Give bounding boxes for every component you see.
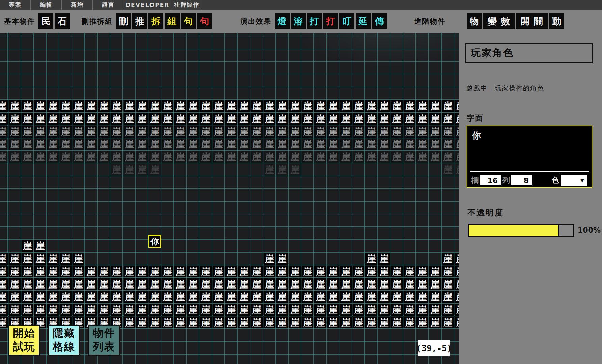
map-tile[interactable]: 崖: [149, 113, 161, 125]
map-tile[interactable]: 崖: [327, 126, 339, 138]
map-tile[interactable]: 崖: [187, 291, 199, 303]
map-tile[interactable]: 崖: [404, 278, 415, 290]
map-tile[interactable]: 崖: [251, 317, 263, 329]
map-tile[interactable]: 崖: [289, 317, 301, 329]
map-tile[interactable]: 崖: [9, 291, 21, 303]
map-tile[interactable]: 崖: [60, 151, 72, 163]
map-tile[interactable]: 崖: [314, 291, 326, 303]
menu-item-1[interactable]: 專案: [0, 0, 31, 10]
map-tile[interactable]: 崖: [213, 266, 224, 278]
tool-button-拆[interactable]: 拆: [148, 13, 163, 29]
map-tile[interactable]: 崖: [378, 151, 390, 163]
tool-button-延[interactable]: 延: [356, 13, 371, 29]
map-tile[interactable]: 崖: [442, 139, 454, 150]
map-tile[interactable]: 崖: [149, 164, 161, 176]
map-tile[interactable]: 崖: [365, 113, 377, 125]
map-tile[interactable]: 崖: [162, 113, 173, 125]
map-tile[interactable]: 崖: [213, 278, 224, 290]
map-tile[interactable]: 崖: [22, 291, 33, 303]
map-tile[interactable]: 崖: [391, 139, 403, 150]
map-tile[interactable]: 崖: [73, 278, 84, 290]
map-tile[interactable]: 崖: [378, 113, 390, 125]
map-tile[interactable]: 崖: [289, 139, 301, 150]
map-tile[interactable]: 崖: [314, 304, 326, 316]
map-tile[interactable]: 崖: [251, 151, 263, 163]
map-tile[interactable]: 崖: [404, 151, 415, 163]
map-tile[interactable]: 崖: [416, 139, 428, 150]
map-tile[interactable]: 崖: [442, 126, 454, 138]
map-tile[interactable]: 崖: [314, 126, 326, 138]
map-tile[interactable]: 崖: [314, 317, 326, 329]
map-tile[interactable]: 崖: [162, 100, 173, 112]
map-tile[interactable]: 崖: [302, 100, 313, 112]
map-tile[interactable]: 崖: [365, 126, 377, 138]
map-tile[interactable]: 崖: [0, 304, 8, 316]
map-tile[interactable]: 崖: [124, 164, 135, 176]
map-tile[interactable]: 崖: [391, 100, 403, 112]
map-tile[interactable]: 崖: [264, 113, 275, 125]
map-tile[interactable]: 崖: [149, 278, 161, 290]
map-tile[interactable]: 崖: [391, 317, 403, 329]
map-tile[interactable]: 崖: [264, 317, 275, 329]
map-tile[interactable]: 崖: [174, 151, 186, 163]
map-tile[interactable]: 崖: [340, 151, 352, 163]
map-tile[interactable]: 崖: [353, 266, 364, 278]
map-tile[interactable]: 崖: [314, 266, 326, 278]
map-tile[interactable]: 崖: [9, 266, 21, 278]
map-tile[interactable]: 崖: [213, 304, 224, 316]
map-tile[interactable]: 崖: [416, 113, 428, 125]
map-tile[interactable]: 崖: [353, 291, 364, 303]
rows-input[interactable]: 8: [511, 175, 532, 185]
map-tile[interactable]: 崖: [200, 139, 212, 150]
map-tile[interactable]: 崖: [404, 304, 415, 316]
map-tile[interactable]: 崖: [314, 278, 326, 290]
map-tile[interactable]: 崖: [136, 278, 148, 290]
menu-item-3[interactable]: 新增: [62, 0, 93, 10]
map-tile[interactable]: 崖: [111, 291, 122, 303]
map-tile[interactable]: 崖: [85, 304, 97, 316]
object-list-button[interactable]: 物件 列表: [88, 325, 120, 356]
map-canvas[interactable]: 崖崖崖崖崖崖崖崖崖崖崖崖崖崖崖崖崖崖崖崖崖崖崖崖崖崖崖崖崖崖崖崖崖崖崖崖崖崖崖崖…: [0, 33, 459, 364]
map-tile[interactable]: 崖: [365, 151, 377, 163]
map-tile[interactable]: 崖: [149, 139, 161, 150]
map-tile[interactable]: 崖: [251, 100, 263, 112]
map-tile[interactable]: 崖: [174, 113, 186, 125]
map-tile[interactable]: 崖: [162, 139, 173, 150]
map-tile[interactable]: 崖: [391, 126, 403, 138]
map-tile[interactable]: 崖: [22, 240, 33, 252]
tool-button-開關[interactable]: 開關: [516, 13, 548, 29]
map-tile[interactable]: 崖: [0, 278, 8, 290]
map-tile[interactable]: 崖: [200, 304, 212, 316]
map-tile[interactable]: 崖: [124, 126, 135, 138]
map-tile[interactable]: 崖: [0, 253, 8, 265]
map-tile[interactable]: 崖: [289, 304, 301, 316]
map-tile[interactable]: 崖: [60, 278, 72, 290]
map-tile[interactable]: 崖: [289, 151, 301, 163]
map-tile[interactable]: 崖: [340, 291, 352, 303]
map-tile[interactable]: 崖: [9, 126, 21, 138]
opacity-slider-handle[interactable]: [558, 225, 573, 236]
map-tile[interactable]: 崖: [85, 113, 97, 125]
map-tile[interactable]: 崖: [200, 317, 212, 329]
map-tile[interactable]: 崖: [22, 266, 33, 278]
map-tile[interactable]: 崖: [47, 139, 59, 150]
map-tile[interactable]: 崖: [264, 164, 275, 176]
map-tile[interactable]: 崖: [340, 278, 352, 290]
map-tile[interactable]: 崖: [314, 113, 326, 125]
map-tile[interactable]: 崖: [174, 266, 186, 278]
map-tile[interactable]: 崖: [73, 291, 84, 303]
map-tile[interactable]: 崖: [378, 253, 390, 265]
map-tile[interactable]: 崖: [429, 113, 441, 125]
map-tile[interactable]: 崖: [47, 151, 59, 163]
map-tile[interactable]: 崖: [34, 151, 46, 163]
map-tile[interactable]: 崖: [34, 113, 46, 125]
map-tile[interactable]: 崖: [213, 291, 224, 303]
map-tile[interactable]: 崖: [34, 126, 46, 138]
map-tile[interactable]: 崖: [289, 278, 301, 290]
map-tile[interactable]: 崖: [60, 304, 72, 316]
tool-button-推[interactable]: 推: [132, 13, 147, 29]
map-tile[interactable]: 崖: [455, 291, 459, 303]
map-tile[interactable]: 崖: [276, 278, 288, 290]
map-tile[interactable]: 崖: [378, 139, 390, 150]
map-tile[interactable]: 崖: [73, 126, 84, 138]
